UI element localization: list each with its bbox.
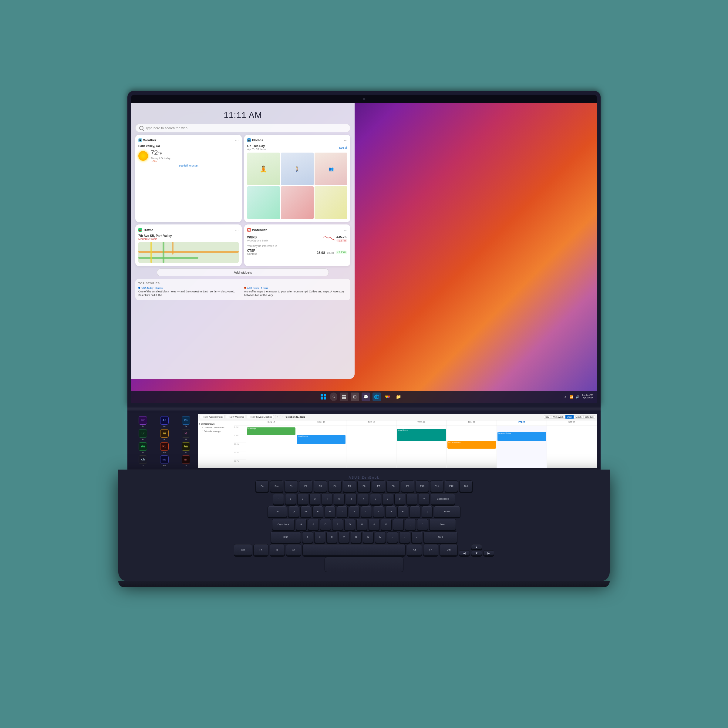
new-skype-meeting-btn[interactable]: + New Skype Meeting xyxy=(246,415,274,419)
photos-see-all[interactable]: See all xyxy=(339,146,348,149)
photo-thumb-5[interactable] xyxy=(281,186,314,219)
calendar-item-other[interactable]: ✓ Calendar - compy xyxy=(199,430,232,433)
key-windows[interactable]: ⊞ xyxy=(270,544,285,556)
key-up-arrow[interactable]: ▲ xyxy=(471,544,482,550)
app-me[interactable]: Me Me xyxy=(154,455,175,466)
key-comma[interactable]: , xyxy=(387,531,398,543)
key-spacebar[interactable] xyxy=(303,544,405,556)
key-slash[interactable]: / xyxy=(411,531,422,543)
taskbar-chat-button[interactable]: 💬 xyxy=(362,393,370,401)
key-f4[interactable]: F4 xyxy=(328,480,341,492)
key-backspace[interactable]: Backspace xyxy=(431,493,455,505)
app-audition[interactable]: Au Au xyxy=(133,442,153,453)
full-forecast-link[interactable]: See full forecast xyxy=(138,164,239,167)
key-f1[interactable]: F1 xyxy=(284,480,298,492)
key-t[interactable]: T xyxy=(337,506,348,517)
key-w[interactable]: W xyxy=(300,506,311,517)
key-7[interactable]: 7 xyxy=(358,493,369,505)
photo-thumb-6[interactable] xyxy=(315,186,347,219)
key-fn[interactable]: Fn xyxy=(255,480,269,492)
key-1[interactable]: 1 xyxy=(285,493,296,505)
tray-network-icon[interactable]: 📶 xyxy=(569,394,574,399)
key-l[interactable]: L xyxy=(393,519,404,530)
key-f11[interactable]: F11 xyxy=(430,480,444,492)
taskbar-taskview-button[interactable] xyxy=(340,393,348,401)
taskbar-search-button[interactable] xyxy=(330,393,337,401)
cal-event-2[interactable]: Virtual Meeting xyxy=(297,435,346,444)
key-left-arrow[interactable]: ◀ xyxy=(459,550,470,556)
key-x[interactable]: X xyxy=(314,531,325,543)
weather-more-dots[interactable]: ··· xyxy=(235,138,239,142)
key-f2[interactable]: F2 xyxy=(299,480,312,492)
cal-week-view[interactable]: Week xyxy=(566,415,574,419)
key-alt-right[interactable]: Alt xyxy=(407,544,422,556)
traffic-more-dots[interactable]: ··· xyxy=(235,228,239,232)
app-indesign[interactable]: Id Id xyxy=(176,428,196,440)
story-2[interactable]: ABC News · 5 mins Are coffee naps the an… xyxy=(244,287,348,297)
key-5[interactable]: 5 xyxy=(334,493,344,505)
key-down-arrow[interactable]: ▼ xyxy=(471,550,482,556)
add-widgets-button[interactable]: Add widgets xyxy=(157,268,329,276)
key-semicolon[interactable]: ; xyxy=(405,519,416,530)
key-f[interactable]: F xyxy=(332,519,343,530)
tray-volume-icon[interactable]: 🔊 xyxy=(575,394,580,399)
key-u[interactable]: U xyxy=(361,506,372,517)
key-lbracket[interactable]: [ xyxy=(410,506,421,517)
app-rush[interactable]: Ru Ru xyxy=(154,442,175,453)
key-g[interactable]: G xyxy=(344,519,355,530)
cal-next-arrow[interactable]: › xyxy=(280,415,284,419)
key-quote[interactable]: ' xyxy=(417,519,428,530)
key-period[interactable]: . xyxy=(399,531,410,543)
key-i[interactable]: I xyxy=(373,506,384,517)
cal-work-week-view[interactable]: Work Week xyxy=(551,415,565,419)
app-ch[interactable]: Ch Ch xyxy=(133,455,153,466)
watchlist-more-dots[interactable]: ··· xyxy=(344,228,348,232)
app-photoshop[interactable]: Ps Ps xyxy=(176,416,196,427)
key-c[interactable]: C xyxy=(326,531,337,543)
key-p[interactable]: P xyxy=(398,506,408,517)
key-h[interactable]: H xyxy=(356,519,367,530)
cal-month-view[interactable]: Month xyxy=(574,415,583,419)
cal-schedule-view[interactable]: Schedule xyxy=(583,415,595,419)
app-br[interactable]: Br Br xyxy=(176,455,196,466)
cal-day-view[interactable]: Day xyxy=(544,415,551,419)
key-6[interactable]: 6 xyxy=(346,493,357,505)
key-enter[interactable]: Enter xyxy=(434,506,460,517)
key-4[interactable]: 4 xyxy=(321,493,332,505)
key-a[interactable]: A xyxy=(296,519,307,530)
taskbar-edge-button[interactable]: 🌐 xyxy=(373,393,381,401)
key-backtick[interactable]: ` xyxy=(273,493,284,505)
taskbar-clock[interactable]: 11:11 AM 3/3/2023 xyxy=(582,393,593,400)
map-preview[interactable] xyxy=(138,242,239,263)
key-shift-left[interactable]: Shift xyxy=(271,531,301,543)
taskbar-chrome-button[interactable] xyxy=(384,393,392,401)
key-f5[interactable]: F5 xyxy=(343,480,356,492)
key-j[interactable]: J xyxy=(369,519,379,530)
key-f8[interactable]: F8 xyxy=(387,480,400,492)
trackpad[interactable] xyxy=(324,557,404,572)
key-v[interactable]: V xyxy=(338,531,349,543)
photo-thumb-1[interactable]: 🧘 xyxy=(247,153,280,185)
key-b[interactable]: B xyxy=(351,531,362,543)
key-f12[interactable]: F12 xyxy=(445,480,458,492)
key-z[interactable]: Z xyxy=(302,531,313,543)
key-m[interactable]: M xyxy=(375,531,386,543)
photo-thumb-3[interactable]: 👥 xyxy=(315,153,347,185)
cal-event-4[interactable]: Work up on project xyxy=(447,441,496,449)
app-lightroom[interactable]: Lr Lr xyxy=(133,428,153,440)
key-ctrl-right[interactable]: Ctrl xyxy=(439,544,458,556)
key-d[interactable]: D xyxy=(320,519,331,530)
photo-thumb-2[interactable]: 🚶 xyxy=(281,153,314,185)
cal-prev-arrow[interactable]: ‹ xyxy=(275,415,279,419)
key-fn-right[interactable]: Fn xyxy=(423,544,438,556)
photo-thumb-4[interactable] xyxy=(247,186,280,219)
key-minus[interactable]: - xyxy=(407,493,418,505)
key-9[interactable]: 9 xyxy=(382,493,393,505)
key-ctrl-left[interactable]: Ctrl xyxy=(234,544,252,556)
cal-event-3[interactable]: Virtual Meeting xyxy=(397,429,446,441)
key-equals[interactable]: = xyxy=(419,493,430,505)
taskbar-explorer-button[interactable]: 📁 xyxy=(394,393,403,401)
key-k[interactable]: K xyxy=(381,519,392,530)
key-shift-right[interactable]: Shift xyxy=(424,531,457,543)
search-bar[interactable]: Type here to search the web xyxy=(135,124,350,132)
